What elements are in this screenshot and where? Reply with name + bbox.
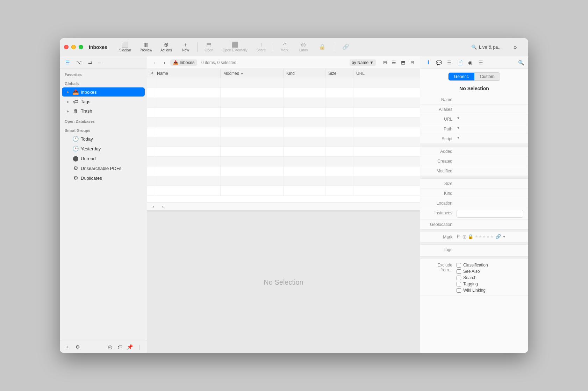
- mark-flag-icon[interactable]: 🏳: [457, 234, 461, 239]
- inspector-tab-list[interactable]: ☰: [445, 58, 454, 67]
- inspector-divider-1: [420, 144, 528, 147]
- table-row[interactable]: [147, 88, 420, 98]
- table-row[interactable]: [147, 118, 420, 127]
- sidebar-sort-btn[interactable]: ⇄: [86, 59, 94, 66]
- mark-lock-icon[interactable]: 🔒: [468, 234, 473, 239]
- url-arrow-icon[interactable]: ▼: [457, 116, 460, 120]
- sidebar-more-btn[interactable]: ···: [96, 59, 105, 66]
- mark-arrow-icon[interactable]: ▼: [502, 235, 506, 239]
- inspector-divider-5: [420, 256, 528, 259]
- minimize-button[interactable]: [71, 45, 76, 49]
- sidebar-divider-handle[interactable]: |: [136, 343, 143, 351]
- lock-toolbar-btn[interactable]: 🔒: [314, 40, 331, 55]
- share-label: Share: [257, 48, 266, 52]
- table-row[interactable]: [147, 147, 420, 157]
- custom-toggle-btn[interactable]: Custom: [474, 73, 500, 80]
- wiki-linking-checkbox[interactable]: [457, 288, 461, 293]
- sidebar-list-view-btn[interactable]: ☰: [63, 59, 72, 66]
- table-row[interactable]: [147, 137, 420, 147]
- table-row[interactable]: [147, 157, 420, 166]
- mark-toolbar-btn[interactable]: 🏳 Mark: [276, 40, 293, 55]
- expand-toolbar-btn[interactable]: »: [507, 40, 524, 55]
- sidebar-item-yesterday[interactable]: 🕑 Yesterday: [62, 144, 145, 153]
- see-also-checkbox[interactable]: [457, 269, 461, 274]
- sidebar-toolbar-btn[interactable]: ⬜ Sidebar: [116, 40, 135, 55]
- view-columns-btn[interactable]: ⊟: [408, 59, 416, 66]
- name-header-label: Name: [157, 71, 168, 76]
- instances-select[interactable]: [457, 210, 523, 218]
- search-bar[interactable]: 🔍 Live & pa...: [468, 40, 505, 55]
- sidebar-pin-icon-btn[interactable]: 📌: [126, 343, 134, 351]
- sidebar-item-trash[interactable]: ▶ 🗑 Trash: [62, 107, 145, 115]
- modified-header[interactable]: Modified ▼: [221, 69, 284, 78]
- inspector-field-name: Name: [420, 95, 528, 105]
- open-toolbar-btn[interactable]: ⬒ Open: [200, 40, 218, 55]
- sidebar-item-today[interactable]: 🕐 Today: [62, 134, 145, 143]
- view-list-btn[interactable]: ☰: [390, 59, 398, 66]
- link-toolbar-btn[interactable]: 🔗: [337, 40, 354, 55]
- kind-header[interactable]: Kind: [284, 69, 325, 78]
- open-externally-toolbar-btn[interactable]: ⬛ Open Externally: [219, 40, 251, 55]
- sidebar-footer: + ⚙ ◎ 🏷 📌 |: [60, 341, 147, 353]
- table-nav-back[interactable]: ‹: [149, 203, 157, 211]
- classification-checkbox[interactable]: [457, 263, 461, 268]
- path-arrow-icon[interactable]: ▼: [457, 126, 460, 130]
- table-nav-forward[interactable]: ›: [159, 203, 167, 211]
- smart-groups-header: Smart Groups: [60, 125, 147, 134]
- sidebar-item-unread[interactable]: ⬤ Unread: [62, 154, 145, 163]
- search-checkbox[interactable]: [457, 276, 461, 280]
- table-row[interactable]: [147, 176, 420, 186]
- view-split-btn[interactable]: ⬒: [399, 59, 407, 66]
- mark-stars[interactable]: ★★★★★: [475, 234, 494, 239]
- mark-circle-icon[interactable]: ◎: [462, 234, 466, 239]
- link-icon: 🔗: [342, 44, 349, 50]
- size-header[interactable]: Size: [325, 69, 353, 78]
- inspector-tab-info[interactable]: i: [424, 58, 433, 67]
- name-header[interactable]: Name: [154, 69, 221, 78]
- sidebar-item-unsearchable-pdfs[interactable]: ⚙ Unsearchable PDFs: [62, 164, 145, 173]
- sort-button[interactable]: by Name ▼: [350, 59, 376, 66]
- inspector-tab-lines[interactable]: ☰: [476, 58, 485, 67]
- mark-label: Mark: [281, 48, 288, 52]
- generic-toggle-btn[interactable]: Generic: [449, 73, 474, 80]
- sidebar-settings-btn[interactable]: ⚙: [74, 343, 81, 351]
- new-toolbar-btn[interactable]: ＋ New: [177, 40, 194, 55]
- sidebar-link-btn[interactable]: ⌥: [74, 59, 84, 66]
- share-toolbar-btn[interactable]: ↑ Share: [252, 40, 270, 55]
- table-row[interactable]: [147, 186, 420, 196]
- actions-toolbar-btn[interactable]: ⊕ Actions: [157, 40, 175, 55]
- trash-label: Trash: [81, 108, 92, 114]
- flag-header[interactable]: 🏳: [147, 69, 154, 78]
- table-row[interactable]: [147, 78, 420, 88]
- view-icons-btn[interactable]: ⊞: [381, 59, 389, 66]
- tagging-checkbox[interactable]: [457, 282, 461, 286]
- label-toolbar-btn[interactable]: ◎ Label: [295, 40, 312, 55]
- inspector-search-btn[interactable]: 🔍: [517, 59, 525, 66]
- inspector-tab-comments[interactable]: 💬: [434, 58, 443, 67]
- sidebar-add-btn[interactable]: +: [63, 343, 71, 351]
- table-row[interactable]: [147, 166, 420, 176]
- table-row[interactable]: [147, 98, 420, 108]
- tags-field-value[interactable]: [457, 247, 523, 254]
- preview-label: Preview: [139, 48, 152, 52]
- inspector-tab-circle[interactable]: ◉: [466, 58, 475, 67]
- search-magnifier-icon: 🔍: [471, 44, 477, 50]
- nav-back-btn[interactable]: ‹: [151, 59, 158, 66]
- table-row[interactable]: [147, 108, 420, 118]
- nav-forward-btn[interactable]: ›: [160, 59, 168, 66]
- inspector-tab-doc[interactable]: 📄: [455, 58, 464, 67]
- mark-link-icon[interactable]: 🔗: [495, 234, 501, 239]
- sidebar-item-duplicates[interactable]: ⚙ Duplicates: [62, 173, 145, 183]
- preview-toolbar-btn[interactable]: ▥ Preview: [136, 40, 156, 55]
- script-arrow-icon[interactable]: ▼: [457, 136, 460, 140]
- sidebar-item-tags[interactable]: ▶ 🏷 Tags: [62, 97, 145, 106]
- close-button[interactable]: [64, 45, 69, 49]
- checkbox-tagging: Tagging: [457, 281, 523, 287]
- maximize-button[interactable]: [79, 45, 83, 49]
- sidebar-link-icon-btn[interactable]: ◎: [106, 343, 114, 351]
- sidebar-item-inboxes[interactable]: ▶ 📥 Inboxes: [62, 87, 145, 97]
- table-row[interactable]: [147, 127, 420, 137]
- sidebar-tag-icon-btn[interactable]: 🏷: [116, 343, 124, 351]
- share-icon: ↑: [260, 42, 263, 48]
- url-header[interactable]: URL: [353, 69, 420, 78]
